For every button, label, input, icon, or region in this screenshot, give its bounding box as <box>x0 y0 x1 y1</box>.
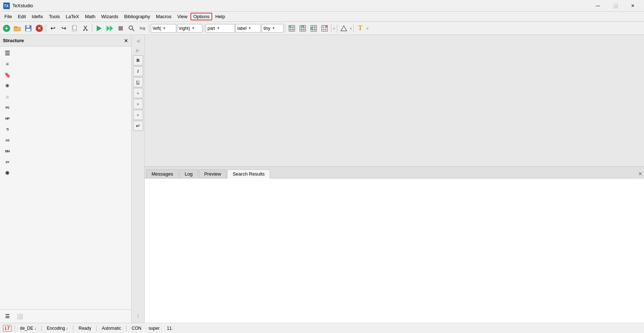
svg-point-11 <box>83 29 85 31</box>
menu-latex[interactable]: LaTeX <box>63 13 82 20</box>
compile-fast-button[interactable] <box>105 23 115 33</box>
left-bracket-dropdown[interactable]: \left( ▼ <box>151 24 176 33</box>
col-indicator: CON <box>129 326 144 331</box>
nav-back-button[interactable]: ◀ <box>133 36 143 45</box>
right-bracket-dropdown[interactable]: \right) ▼ <box>177 24 202 33</box>
menu-view[interactable]: View <box>174 13 190 20</box>
app-icon: TX <box>3 2 10 9</box>
status-bar: LT de_DE ↓ Encoding ↓ Ready Automatic CO… <box>0 323 644 333</box>
size-dropdown[interactable]: tiny ▼ <box>262 24 283 33</box>
close-file-button[interactable]: ✕ <box>34 23 44 33</box>
menu-tools[interactable]: Tools <box>46 13 63 20</box>
newline-button[interactable]: ↵ <box>133 121 143 131</box>
editor-area[interactable] <box>145 35 644 166</box>
minimize-button[interactable]: — <box>589 0 606 12</box>
bold-button[interactable]: B <box>133 55 143 65</box>
underline-button[interactable]: U <box>133 77 143 87</box>
editor-container: Messages Log Preview Search Results ✕ <box>145 35 644 323</box>
menu-macros[interactable]: Macros <box>153 13 174 20</box>
status-sep-2 <box>41 325 42 331</box>
italic-button[interactable]: I <box>133 66 143 76</box>
undo-button[interactable]: ↩ <box>48 23 58 33</box>
toolbar-sep-5 <box>285 24 285 32</box>
tab-search-results[interactable]: Search Results <box>227 169 270 178</box>
toolbar-sep-3 <box>149 24 149 32</box>
sidebar-icon-ti[interactable]: TI <box>1 124 13 135</box>
sidebar-icon-star[interactable]: ❋ <box>1 168 13 178</box>
svg-rect-8 <box>73 25 76 29</box>
maximize-button[interactable]: ⬜ <box>607 0 624 12</box>
align-center-button[interactable]: ≡ <box>133 99 143 109</box>
close-button[interactable]: ✕ <box>624 0 641 12</box>
sidebar-icon-list1[interactable]: ☰ <box>1 48 13 58</box>
window-controls: — ⬜ ✕ <box>589 0 641 12</box>
label-dropdown[interactable]: label ▼ <box>236 24 261 33</box>
bottom-panel-close-button[interactable]: ✕ <box>638 171 643 177</box>
sidebar-icon-bracket[interactable]: ⌂ <box>1 92 13 102</box>
part-dropdown[interactable]: part ▼ <box>206 24 235 33</box>
table-button-2[interactable] <box>298 23 308 33</box>
sidebar-header: Structure ✕ <box>0 35 131 47</box>
stop-button[interactable] <box>116 23 126 33</box>
right-bracket-arrow: ▼ <box>192 26 195 30</box>
sidebar-icon-xy[interactable]: XY <box>1 157 13 167</box>
text-format-button[interactable]: T <box>355 23 365 33</box>
status-sep-3 <box>73 325 73 331</box>
delta-button[interactable] <box>339 23 349 33</box>
table-button-4[interactable] <box>319 23 330 33</box>
log-button[interactable]: log <box>137 23 148 33</box>
open-file-button[interactable] <box>12 23 23 33</box>
encoding-indicator[interactable]: Encoding ↓ <box>45 326 70 331</box>
svg-rect-36 <box>311 27 313 29</box>
toolbar-sep-8 <box>353 24 354 32</box>
sidebar-close-button[interactable]: ✕ <box>124 38 128 44</box>
menu-idefix[interactable]: Idefix <box>29 13 46 20</box>
sidebar: Structure ✕ ☰ ≡ 🔖 ✳ ⌂ PS MP TI AS BM XY … <box>0 35 132 323</box>
menu-bibliography[interactable]: Bibliography <box>121 13 153 20</box>
cut-button[interactable] <box>80 23 90 33</box>
menu-edit[interactable]: Edit <box>15 13 29 20</box>
menu-wizards[interactable]: Wizards <box>98 13 121 20</box>
table-button-1[interactable] <box>287 23 297 33</box>
sidebar-bottom-btn2[interactable]: ⬜ <box>14 311 25 321</box>
menu-help[interactable]: Help <box>212 13 228 20</box>
expand-button[interactable]: ⋮ <box>133 311 143 321</box>
nav-forward-button[interactable]: ▶ <box>133 46 143 55</box>
language-indicator[interactable]: de_DE ↓ <box>18 326 39 331</box>
ready-indicator: Ready <box>76 326 93 331</box>
menu-options[interactable]: Options <box>190 13 213 20</box>
sidebar-icon-mp[interactable]: MP <box>1 113 13 124</box>
copy-button[interactable] <box>69 23 80 33</box>
menu-file[interactable]: File <box>1 13 15 20</box>
svg-point-17 <box>129 26 133 29</box>
sidebar-icon-bookmark[interactable]: 🔖 <box>1 70 13 80</box>
svg-point-12 <box>86 29 88 31</box>
status-sep-4 <box>96 325 97 331</box>
search-button[interactable] <box>126 23 137 33</box>
sidebar-icon-bm[interactable]: BM <box>1 146 13 156</box>
new-file-button[interactable]: + <box>1 23 12 33</box>
sidebar-icon-asterisk[interactable]: ✳ <box>1 81 13 91</box>
lt-badge[interactable]: LT <box>3 325 12 332</box>
compile-button[interactable] <box>94 23 104 33</box>
menu-math[interactable]: Math <box>82 13 98 20</box>
tab-messages[interactable]: Messages <box>146 169 178 178</box>
content-right: ◀ ▶ B I U ≡ ≡ ≡ ↵ ⋮ Messages Log Preview <box>132 35 644 323</box>
sidebar-icon-list2[interactable]: ≡ <box>1 59 13 69</box>
tab-preview[interactable]: Preview <box>199 169 226 178</box>
sidebar-icon-as[interactable]: AS <box>1 135 13 145</box>
tab-log[interactable]: Log <box>179 169 198 178</box>
bottom-content <box>145 178 644 323</box>
align-right-button[interactable]: ≡ <box>133 110 143 120</box>
toolbar-sep-4 <box>204 24 204 32</box>
sidebar-bottom-btn1[interactable]: ☰ <box>1 311 13 321</box>
align-left-button[interactable]: ≡ <box>133 88 143 98</box>
user-indicator: super <box>146 326 162 331</box>
bottom-tabs: Messages Log Preview Search Results ✕ <box>145 167 644 178</box>
redo-button[interactable]: ↪ <box>59 23 69 33</box>
size-value: tiny <box>263 26 270 31</box>
sidebar-icon-ps[interactable]: PS <box>1 103 13 113</box>
automatic-indicator[interactable]: Automatic <box>100 326 123 331</box>
table-button-3[interactable] <box>309 23 319 33</box>
save-file-button[interactable] <box>23 23 33 33</box>
